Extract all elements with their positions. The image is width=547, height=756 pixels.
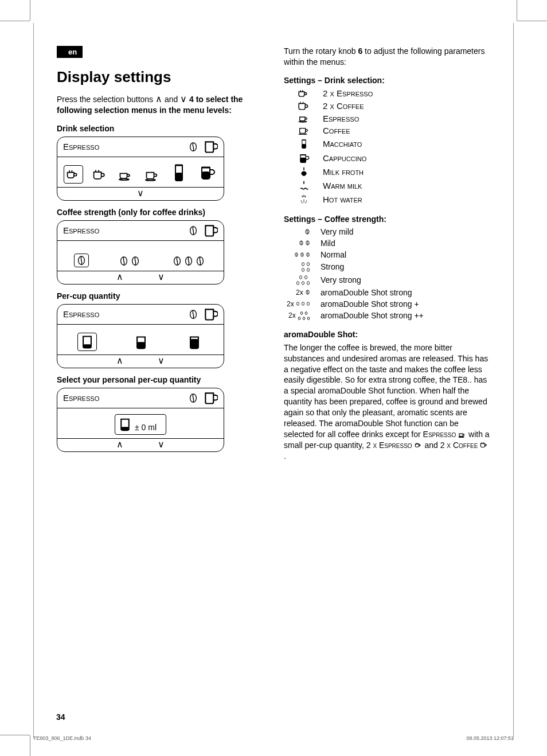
section-percup-label: Per-cup quantity [57, 291, 263, 301]
left-column: en Display settings Press the selection … [57, 46, 263, 470]
svg-point-44 [303, 317, 305, 319]
display-drink: Espresso [57, 137, 224, 201]
ml-adjust-box: ± 0 ml [115, 414, 166, 435]
section-personal-label: Select your personal per-cup quantity [57, 375, 263, 384]
svg-point-29 [307, 262, 309, 266]
icon-coffee [295, 126, 312, 135]
svg-rect-13 [83, 344, 91, 348]
svg-point-41 [300, 311, 303, 314]
svg-point-36 [307, 281, 309, 285]
strength-3-bean [170, 255, 207, 267]
svg-point-18 [299, 121, 306, 122]
mug-icon [203, 391, 218, 406]
svg-rect-15 [190, 339, 198, 348]
drink-macchiato-icon [169, 162, 189, 184]
bean-4-icon [286, 262, 310, 272]
right-column: Turn the rotary knob 6 to adjust the fol… [284, 46, 490, 470]
svg-point-35 [302, 281, 304, 285]
icon-2x-coffee [295, 101, 312, 111]
svg-point-40 [307, 302, 309, 306]
svg-point-42 [305, 311, 307, 314]
page-title: Display settings [57, 68, 263, 86]
page-frame: en Display settings Press the selection … [33, 23, 514, 739]
strength-list: Very mild Mild Normal Strong Very strong… [286, 227, 490, 321]
svg-point-45 [307, 317, 310, 319]
language-tag: en [57, 46, 83, 58]
intro-text: Press the selection buttons ∧ and ∨ 4 to… [57, 94, 263, 116]
chevron-up-icon: ∧ [116, 440, 123, 449]
qty-small-icon [77, 333, 97, 351]
drink-cappuccino-icon [197, 162, 217, 184]
chevron-down-icon: ∨ [158, 356, 165, 365]
svg-point-1 [119, 178, 129, 180]
icon-hot-water [295, 194, 312, 205]
section-strength-label: Coffee strength (only for coffee drinks) [57, 208, 263, 217]
svg-point-30 [302, 268, 304, 271]
svg-rect-21 [300, 158, 306, 162]
svg-point-31 [307, 268, 309, 271]
bean-icon [188, 225, 198, 236]
svg-point-32 [299, 275, 302, 279]
bean-3-icon [286, 252, 310, 258]
svg-point-28 [302, 262, 304, 266]
print-footer: TE803_806_1DE.indb 34 08.05.2013 12:07:5… [33, 735, 514, 741]
svg-point-43 [298, 317, 300, 319]
chevron-down-icon: ∨ [137, 189, 144, 198]
qty-medium-icon [132, 334, 150, 351]
icon-warm-milk [295, 180, 312, 192]
bean-5-icon [286, 275, 310, 286]
drink-list: 2 x Espresso 2 x Coffee Espresso Coffee … [295, 88, 490, 205]
bean-icon [188, 393, 198, 403]
chevron-down-icon: ∨ [158, 440, 165, 449]
svg-rect-14 [137, 342, 145, 348]
svg-point-19 [299, 134, 306, 135]
svg-point-38 [296, 302, 299, 306]
page-number: 34 [56, 712, 65, 722]
print-timestamp: 08.05.2013 12:07:51 [466, 735, 514, 741]
svg-rect-17 [121, 427, 129, 430]
strength-1-bean [74, 254, 89, 267]
svg-point-46 [459, 437, 464, 437]
svg-point-34 [296, 281, 299, 285]
qty-large-icon [185, 334, 204, 351]
svg-point-39 [302, 302, 304, 306]
drink-espresso-icon [116, 166, 135, 184]
bean-1-icon [286, 228, 310, 235]
ads-1-icon: 2x [286, 289, 310, 297]
bean-icon [188, 309, 198, 319]
strength-settings-header: Settings – Coffee strength: [284, 215, 490, 224]
espresso-inline-icon [458, 431, 466, 438]
section-drink-label: Drink selection [57, 124, 263, 133]
chevron-up-icon: ∧ [155, 94, 162, 104]
ads-body: The longer the coffee is brewed, the mor… [284, 342, 490, 462]
mug-icon [203, 307, 218, 322]
ads-2-icon: 2x [286, 300, 310, 308]
2x-espresso-inline-icon [415, 442, 423, 449]
bean-2-icon [286, 240, 310, 246]
display-title: Espresso [63, 142, 99, 151]
icon-macchiato [295, 138, 312, 150]
print-file: TE803_806_1DE.indb 34 [33, 735, 91, 741]
display-percup: Espresso [57, 304, 224, 368]
chevron-up-icon: ∧ [116, 272, 123, 282]
svg-rect-20 [302, 144, 306, 148]
strength-2-bean [117, 255, 142, 267]
display-personal: Espresso ± 0 ml ∧ ∨ [57, 388, 224, 452]
rotary-intro: Turn the rotary knob 6 to adjust the fol… [284, 46, 490, 68]
svg-rect-3 [175, 173, 182, 181]
2x-coffee-inline-icon [480, 442, 488, 449]
bean-icon [188, 142, 198, 152]
ads-3-icon: 2x [286, 311, 310, 321]
chevron-up-icon: ∧ [116, 356, 123, 365]
icon-milk-froth [295, 166, 312, 178]
icon-2x-espresso [295, 88, 312, 99]
display-strength: Espresso [57, 220, 224, 285]
drink-settings-header: Settings – Drink selection: [284, 76, 490, 85]
drink-2x-espresso-icon [64, 165, 83, 184]
icon-espresso [295, 114, 312, 123]
ml-value: ± 0 ml [135, 423, 157, 432]
icon-cappuccino [295, 153, 312, 164]
mug-icon [203, 139, 218, 154]
drink-2x-coffee-icon [91, 166, 109, 184]
mug-icon [203, 223, 218, 238]
